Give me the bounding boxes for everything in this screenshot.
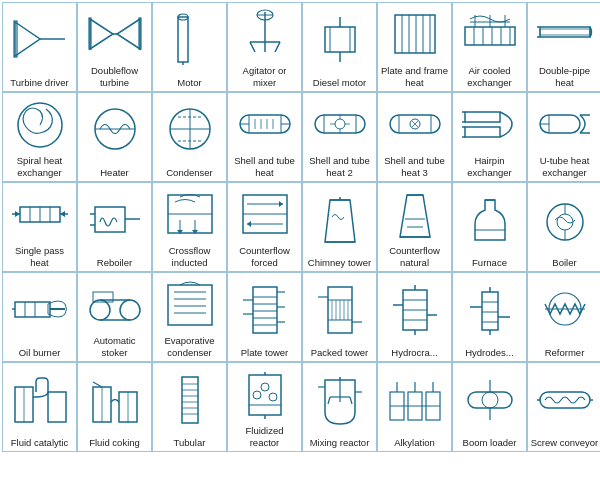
- label-furnace: Furnace: [472, 257, 507, 268]
- svg-marker-107: [247, 221, 251, 227]
- label-spiral-heat: Spiral heat exchanger: [5, 155, 74, 178]
- cell-double-pipe: Double-pipe heat: [527, 2, 600, 92]
- svg-rect-73: [465, 112, 500, 122]
- icon-motor: [155, 5, 224, 75]
- cell-motor: Motor: [152, 2, 227, 92]
- svg-rect-167: [482, 292, 498, 330]
- cell-reboiler: Reboiler: [77, 182, 152, 272]
- label-turbine-driver: Turbine driver: [10, 77, 68, 88]
- cell-plate-tower: Plate tower: [227, 272, 302, 362]
- icon-diesel-motor: [305, 5, 374, 75]
- label-single-pass: Single pass heat: [5, 245, 74, 268]
- label-screw-conveyor: Screw conveyor: [531, 437, 599, 448]
- cell-shell-tube-heat: Shell and tube heat: [227, 92, 302, 182]
- svg-rect-74: [465, 127, 500, 137]
- icon-hydrodes: [455, 275, 524, 345]
- cell-fluidized-reactor: Fluidized reactor: [227, 362, 302, 452]
- svg-rect-28: [465, 27, 515, 45]
- icon-fluid-catalytic: [5, 365, 74, 435]
- cell-utube-heat: U-tube heat exchanger: [527, 92, 600, 182]
- icon-shell-tube-heat2: [305, 95, 374, 153]
- cell-condenser: Condenser: [152, 92, 227, 182]
- cell-furnace: Furnace: [452, 182, 527, 272]
- icon-agitator: [230, 5, 299, 63]
- icon-doubleflow-turbine: [80, 5, 149, 63]
- svg-marker-0: [15, 22, 40, 56]
- cell-hairpin: Hairpin exchanger: [452, 92, 527, 182]
- svg-rect-138: [253, 287, 277, 333]
- svg-rect-133: [168, 285, 212, 325]
- svg-point-214: [482, 392, 498, 408]
- cell-heater: Heater: [77, 92, 152, 182]
- cell-plate-frame-heat: Plate and frame heat: [377, 2, 452, 92]
- cell-reformer: Reformer: [527, 272, 600, 362]
- icon-shell-tube-heat3: [380, 95, 449, 153]
- svg-rect-8: [178, 17, 188, 62]
- cell-screw-conveyor: Screw conveyor: [527, 362, 600, 452]
- cell-diesel-motor: Diesel motor: [302, 2, 377, 92]
- label-fluid-coking: Fluid coking: [89, 437, 140, 448]
- icon-evap-condenser: [155, 275, 224, 333]
- cell-packed-tower: Packed tower: [302, 272, 377, 362]
- label-auto-stoker: Automatic stoker: [80, 335, 149, 358]
- label-packed-tower: Packed tower: [311, 347, 369, 358]
- label-hydrodes: Hydrodes...: [465, 347, 514, 358]
- icon-plate-tower: [230, 275, 299, 345]
- label-plate-frame-heat: Plate and frame heat: [380, 65, 449, 88]
- svg-point-195: [269, 393, 277, 401]
- label-hydrocra: Hydrocra...: [391, 347, 437, 358]
- svg-point-120: [557, 214, 573, 230]
- label-diesel-motor: Diesel motor: [313, 77, 366, 88]
- cell-air-cooled: Air cooled exchanger: [452, 2, 527, 92]
- label-agitator: Agitator or mixer: [230, 65, 299, 88]
- icon-spiral-heat: [5, 95, 74, 153]
- label-boiler: Boiler: [552, 257, 576, 268]
- cell-hydrocra: Hydrocra...: [377, 272, 452, 362]
- icon-reformer: [530, 275, 599, 345]
- icon-turbine-driver: [5, 5, 74, 75]
- label-counterflow-natural: Counterflow natural: [380, 245, 449, 268]
- label-mixing-reactor: Mixing reactor: [310, 437, 370, 448]
- icon-boiler: [530, 185, 599, 255]
- cell-evap-condenser: Evaporative condenser: [152, 272, 227, 362]
- icon-condenser: [155, 95, 224, 165]
- icon-boom-loader: [455, 365, 524, 435]
- icon-packed-tower: [305, 275, 374, 345]
- icon-furnace: [455, 185, 524, 255]
- label-shell-tube-heat: Shell and tube heat: [230, 155, 299, 178]
- label-motor: Motor: [177, 77, 201, 88]
- label-counterflow-forced: Counterflow forced: [230, 245, 299, 268]
- label-heater: Heater: [100, 167, 129, 178]
- cell-hydrodes: Hydrodes...: [452, 272, 527, 362]
- icon-heater: [80, 95, 149, 165]
- cell-shell-tube-heat2: Shell and tube heat 2: [302, 92, 377, 182]
- icon-single-pass: [5, 185, 74, 243]
- label-utube-heat: U-tube heat exchanger: [530, 155, 599, 178]
- icon-alkylation: [380, 365, 449, 435]
- icon-oil-burner: [5, 275, 74, 345]
- svg-rect-123: [15, 302, 50, 317]
- icon-hairpin: [455, 95, 524, 153]
- icon-plate-frame-heat: [380, 5, 449, 63]
- label-shell-tube-heat2: Shell and tube heat 2: [305, 155, 374, 178]
- cell-spiral-heat: Spiral heat exchanger: [2, 92, 77, 182]
- icon-fluidized-reactor: [230, 365, 299, 423]
- svg-marker-105: [279, 201, 283, 207]
- label-condenser: Condenser: [166, 167, 212, 178]
- label-hairpin: Hairpin exchanger: [455, 155, 524, 178]
- svg-marker-4: [117, 19, 140, 49]
- cell-counterflow-natural: Counterflow natural: [377, 182, 452, 272]
- cell-single-pass: Single pass heat: [2, 182, 77, 272]
- icon-fluid-coking: [80, 365, 149, 435]
- cell-alkylation: Alkylation: [377, 362, 452, 452]
- icon-air-cooled: [455, 5, 524, 63]
- icon-auto-stoker: [80, 275, 149, 333]
- icon-counterflow-forced: [230, 185, 299, 243]
- cell-auto-stoker: Automatic stoker: [77, 272, 152, 362]
- cell-chimney-tower: Chimney tower: [302, 182, 377, 272]
- cell-fluid-coking: Fluid coking: [77, 362, 152, 452]
- label-reformer: Reformer: [545, 347, 585, 358]
- icon-counterflow-natural: [380, 185, 449, 243]
- icon-mixing-reactor: [305, 365, 374, 435]
- label-fluidized-reactor: Fluidized reactor: [230, 425, 299, 448]
